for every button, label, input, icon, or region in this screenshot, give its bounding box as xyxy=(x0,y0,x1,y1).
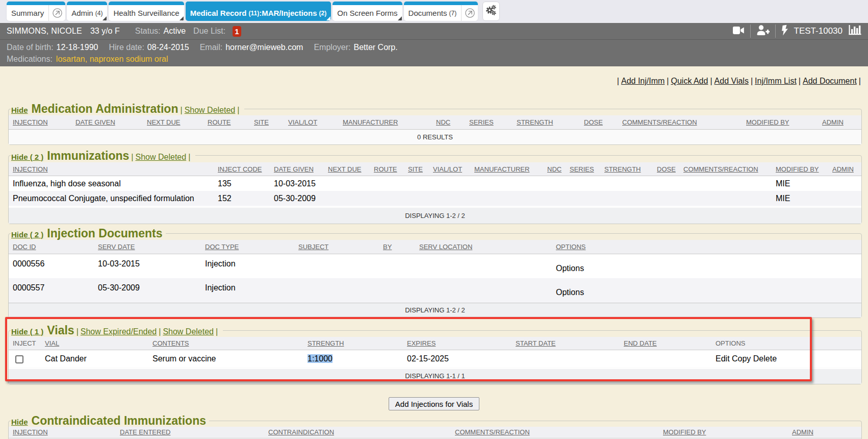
hide-link[interactable]: Hide ( 2 ) xyxy=(11,153,43,161)
video-icon[interactable] xyxy=(732,26,745,37)
column-header[interactable]: SITE xyxy=(404,162,429,176)
section-title: Injection Documents xyxy=(47,227,162,240)
table-cell: 1:1000 xyxy=(303,350,403,368)
tab-admin[interactable]: Admin(4) xyxy=(67,2,107,21)
column-header[interactable]: DATE GIVEN xyxy=(71,115,143,129)
hide-link[interactable]: Hide ( 2 ) xyxy=(11,230,43,239)
open-new-window-icon[interactable] xyxy=(48,5,65,21)
table-footer-row: DISPLAYING 1-2 / 2 xyxy=(9,207,861,224)
medication-comma: , xyxy=(85,55,90,63)
due-list-badge[interactable]: 1 xyxy=(233,26,241,37)
add-user-icon[interactable] xyxy=(756,25,770,38)
column-header[interactable]: DOSE xyxy=(580,115,618,129)
add-injections-for-vials-button[interactable]: Add Injections for Vials xyxy=(389,397,479,410)
vial-inject-checkbox[interactable] xyxy=(15,355,23,363)
column-header[interactable]: BY xyxy=(379,240,415,254)
action-link-inj-imm-list[interactable]: Inj/Imm List xyxy=(755,77,797,85)
tab-settings-cogs-button[interactable] xyxy=(482,2,500,21)
table-cell: 152 xyxy=(214,191,270,207)
section-link-show-deleted[interactable]: Show Deleted xyxy=(163,327,214,336)
column-header[interactable]: ROUTE xyxy=(370,162,404,176)
section-title: Medication Administration xyxy=(32,102,178,115)
column-header[interactable]: VIAL/LOT xyxy=(284,115,339,129)
column-header[interactable]: DOC TYPE xyxy=(201,240,294,254)
tab-documents[interactable]: Documents(7) xyxy=(404,2,478,21)
column-header[interactable]: SUBJECT xyxy=(294,240,379,254)
column-header[interactable]: INJECT CODE xyxy=(214,162,270,176)
column-header[interactable]: MANUFACTURER xyxy=(339,115,432,129)
options-link[interactable]: Options xyxy=(556,263,584,273)
column-header-label: COMMENTS/REACTION xyxy=(455,428,530,436)
tab-medical-record-11-mar-injections-2[interactable]: Medical Record (11):MAR/Injections (2) xyxy=(186,2,331,21)
column-header[interactable]: SITE xyxy=(250,115,284,129)
column-header[interactable]: ADMIN xyxy=(818,115,861,129)
column-header[interactable]: CONTRAINDICATION xyxy=(264,427,451,438)
column-header[interactable]: EXPIRES xyxy=(403,337,512,350)
column-header[interactable]: MODIFIED BY xyxy=(772,162,828,176)
column-header[interactable]: ADMIN xyxy=(788,427,861,438)
action-link-quick-add[interactable]: Quick Add xyxy=(671,77,708,85)
column-header[interactable]: END DATE xyxy=(620,337,711,350)
hide-link[interactable]: Hide xyxy=(11,106,28,114)
medication-link-naproxen[interactable]: naproxen sodium oral xyxy=(90,55,168,63)
section-link-show-deleted[interactable]: Show Deleted xyxy=(185,106,236,114)
column-header[interactable]: STRENGTH xyxy=(513,115,580,129)
tab-health-surveillance[interactable]: Health Surveillance xyxy=(109,2,184,21)
column-header[interactable]: COMMENTS/REACTION xyxy=(618,115,742,129)
hide-link[interactable]: Hide ( 1 ) xyxy=(11,327,43,336)
column-header[interactable]: SERV DATE xyxy=(94,240,201,254)
tab-on-screen-forms[interactable]: On Screen Forms xyxy=(333,2,402,21)
action-link-add-vials[interactable]: Add Vials xyxy=(714,77,749,85)
column-header[interactable]: SERIES xyxy=(566,162,600,176)
column-header[interactable]: MANUFACTURER xyxy=(470,162,543,176)
tab-summary[interactable]: Summary xyxy=(7,2,65,21)
patient-age-sex: 33 y/o F xyxy=(90,27,120,36)
column-header[interactable]: STRENGTH xyxy=(600,162,653,176)
chart-stats-icon[interactable] xyxy=(848,24,861,38)
column-header[interactable]: INJECTION xyxy=(9,427,116,438)
column-header[interactable]: CONTENTS xyxy=(148,337,303,350)
column-header[interactable]: MODIFIED BY xyxy=(742,115,818,129)
action-link-add-inj-imm[interactable]: Add Inj/Imm xyxy=(621,77,665,85)
column-header[interactable]: SERV LOCATION xyxy=(415,240,552,254)
column-header[interactable]: STRENGTH xyxy=(303,337,403,350)
hide-link[interactable]: Hide xyxy=(11,418,28,426)
options-link[interactable]: Options xyxy=(556,287,584,297)
column-header[interactable]: DATE ENTERED xyxy=(116,427,264,438)
open-new-window-icon[interactable] xyxy=(461,5,478,21)
column-header[interactable]: VIAL xyxy=(41,337,148,350)
column-header[interactable]: INJECTION xyxy=(9,162,214,176)
table-cell: 0000557 xyxy=(9,278,94,303)
column-header[interactable]: NEXT DUE xyxy=(324,162,370,176)
quick-action-bolt-icon[interactable] xyxy=(781,25,788,38)
column-header[interactable]: COMMENTS/REACTION xyxy=(451,427,659,438)
column-header[interactable]: INJECTION xyxy=(9,115,71,129)
column-header[interactable]: VIAL/LOT xyxy=(429,162,470,176)
table-cell: Pneumococcal Conjugate, unspecified form… xyxy=(9,191,214,207)
column-header-label: CONTENTS xyxy=(152,339,189,347)
column-header[interactable]: DATE GIVEN xyxy=(270,162,324,176)
column-header[interactable]: NEXT DUE xyxy=(143,115,203,129)
column-header[interactable]: ADMIN xyxy=(828,162,861,176)
column-header[interactable]: NDC xyxy=(432,115,465,129)
column-header[interactable]: ROUTE xyxy=(203,115,250,129)
column-header[interactable]: NDC xyxy=(543,162,566,176)
tab-dropdown-corner-icon xyxy=(180,16,184,20)
section-link-show-expired-ended[interactable]: Show Expired/Ended xyxy=(81,327,157,336)
medication-link-losartan[interactable]: losartan xyxy=(56,55,85,63)
table-cell xyxy=(620,350,711,368)
column-header[interactable]: SERIES xyxy=(465,115,513,129)
action-link-add-document[interactable]: Add Document xyxy=(803,77,857,85)
column-header[interactable]: MODIFIED BY xyxy=(659,427,788,438)
column-header[interactable]: DOSE xyxy=(653,162,679,176)
column-header-label: START DATE xyxy=(516,339,556,347)
column-header-label: MODIFIED BY xyxy=(746,118,789,126)
section-link-show-deleted[interactable]: Show Deleted xyxy=(136,153,187,161)
table-cell xyxy=(543,191,566,207)
table-cell xyxy=(294,254,379,278)
column-header[interactable]: DOC ID xyxy=(9,240,94,254)
column-header[interactable]: START DATE xyxy=(512,337,620,350)
table-header-row: DOC IDSERV DATEDOC TYPESUBJECTBYSERV LOC… xyxy=(9,240,861,254)
column-header[interactable]: COMMENTS/REACTION xyxy=(679,162,772,176)
column-header[interactable]: OPTIONS xyxy=(552,240,861,254)
